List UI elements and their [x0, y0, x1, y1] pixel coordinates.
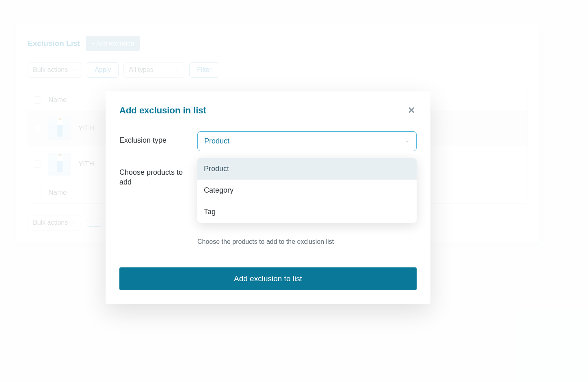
chevron-down-icon [72, 220, 77, 225]
row-checkbox[interactable] [34, 125, 41, 132]
bulk-actions-select[interactable]: Bulk actions [28, 62, 82, 78]
row-name: YITH [78, 124, 94, 132]
exclusion-type-label: Exclusion type [119, 131, 188, 145]
row-name: YITH [78, 160, 94, 168]
select-all-checkbox[interactable] [34, 96, 41, 104]
bulk-actions-select-bottom[interactable]: Bulk actions [28, 215, 82, 230]
page-header: Exclusion List + Add exclusion [28, 36, 528, 51]
choose-products-row: Choose products to add Choose the produc… [119, 163, 417, 245]
exclusion-type-selected-value: Product [204, 137, 229, 145]
chevron-down-icon [72, 67, 77, 72]
product-thumbnail [48, 117, 71, 140]
exclusion-type-row: Exclusion type Product Product Category … [119, 131, 417, 151]
add-exclusion-modal: Add exclusion in list ✕ Exclusion type P… [106, 91, 430, 304]
bulk-actions-label-bottom: Bulk actions [33, 219, 68, 226]
select-all-checkbox-bottom[interactable] [34, 189, 41, 196]
add-exclusion-submit-button[interactable]: Add exclusion to list [119, 267, 417, 290]
type-filter-label: All types [129, 66, 153, 74]
apply-button-bottom[interactable]: Apply [87, 219, 102, 227]
type-filter-select[interactable]: All types [123, 62, 184, 78]
chevron-down-icon [405, 139, 410, 144]
choose-products-field: Choose the products to add to the exclus… [197, 163, 417, 245]
col-name-header: Name [48, 96, 67, 104]
choose-products-help: Choose the products to add to the exclus… [197, 238, 417, 245]
page-title: Exclusion List [28, 39, 80, 48]
choose-products-label: Choose products to add [119, 163, 188, 187]
bulk-actions-label: Bulk actions [33, 66, 68, 74]
product-thumbnail [48, 153, 71, 176]
filter-button[interactable]: Filter [189, 62, 219, 78]
modal-title: Add exclusion in list [119, 105, 206, 116]
modal-header: Add exclusion in list ✕ [119, 104, 417, 117]
exclusion-type-select[interactable]: Product [197, 131, 417, 151]
close-icon[interactable]: ✕ [406, 104, 417, 117]
col-name-footer: Name [48, 189, 67, 197]
chevron-down-icon [174, 67, 179, 72]
exclusion-type-field: Product Product Category Tag [197, 131, 417, 151]
row-checkbox[interactable] [34, 161, 41, 168]
add-exclusion-button[interactable]: + Add exclusion [86, 36, 140, 51]
toolbar-top: Bulk actions Apply All types Filter [28, 62, 528, 78]
apply-button[interactable]: Apply [87, 62, 119, 78]
